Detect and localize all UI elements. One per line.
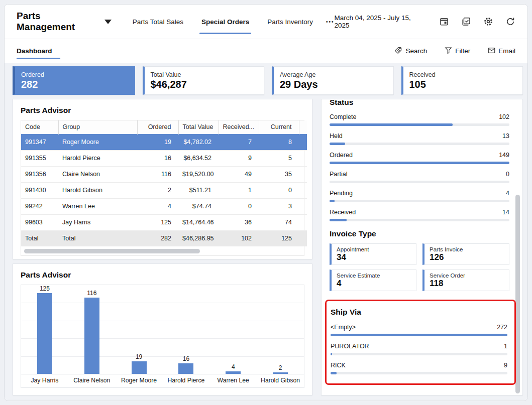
vertical-scrollbar-thumb[interactable] bbox=[515, 195, 520, 393]
settings-icon bbox=[483, 17, 493, 27]
cell-spacer bbox=[299, 214, 307, 230]
ship-via-row-purolator[interactable]: PUROLATOR1 bbox=[331, 343, 507, 355]
chart-bar-harold-gibson[interactable]: 2 bbox=[257, 285, 304, 374]
chart-bar-claire-nelson[interactable]: 116 bbox=[68, 285, 116, 374]
ship-via-section: Ship Via <Empty>272PUROLATOR1RICK9 bbox=[330, 303, 509, 382]
report-tabs: Parts Total SalesSpecial OrdersParts Inv… bbox=[133, 6, 313, 38]
table-row-warren-lee[interactable]: 99242Warren Lee4$74.7403 bbox=[21, 198, 307, 214]
invoice-card-value: 4 bbox=[337, 279, 411, 289]
email-button[interactable]: Email bbox=[487, 46, 515, 56]
more-tabs-button[interactable]: ••• bbox=[326, 19, 335, 25]
ship-via-row-rick[interactable]: RICK9 bbox=[331, 362, 507, 374]
status-row-partial[interactable]: Partial0 bbox=[330, 171, 509, 183]
chart-title: Parts Advisor bbox=[21, 271, 304, 280]
bar-rect bbox=[273, 372, 288, 374]
status-row-received[interactable]: Received14 bbox=[330, 209, 509, 221]
invoice-card-parts-invoice[interactable]: Parts Invoice126 bbox=[422, 243, 509, 265]
table-wrapper: CodeGroupOrderedTotal ValueReceived...Cu… bbox=[21, 120, 304, 256]
status-row-complete[interactable]: Complete102 bbox=[330, 113, 509, 126]
app-window: Parts Management Parts Total SalesSpecia… bbox=[4, 4, 528, 401]
search-button[interactable]: Search bbox=[394, 46, 427, 56]
chart-category-label: Claire Nelson bbox=[68, 374, 116, 387]
toolbar-settings-button[interactable] bbox=[483, 17, 493, 27]
status-row-pending[interactable]: Pending4 bbox=[330, 190, 509, 202]
kpi-value: $46,287 bbox=[151, 79, 258, 90]
table-row-roger-moore[interactable]: 991347Roger Moore19$4,782.0278 bbox=[21, 134, 307, 150]
invoice-card-appointment[interactable]: Appointment34 bbox=[330, 243, 416, 265]
tab-parts-total-sales[interactable]: Parts Total Sales bbox=[133, 6, 183, 38]
column-header-received[interactable]: Received... bbox=[219, 120, 259, 134]
tab-dashboard[interactable]: Dashboard bbox=[17, 40, 52, 62]
horizontal-scrollbar[interactable] bbox=[23, 249, 302, 253]
cell-spacer bbox=[299, 166, 307, 182]
invoice-card-value: 34 bbox=[337, 252, 411, 262]
bar-value-label: 125 bbox=[40, 285, 50, 292]
meter-value: 13 bbox=[502, 132, 509, 140]
filter-button[interactable]: Filter bbox=[444, 46, 470, 56]
vertical-scrollbar[interactable] bbox=[515, 99, 520, 395]
report-title-dropdown[interactable]: Parts Management bbox=[17, 11, 112, 33]
cell-code: 99603 bbox=[21, 214, 58, 230]
kpi-card-ordered[interactable]: Ordered282 bbox=[13, 66, 135, 95]
ship-via-row-empty[interactable]: <Empty>272 bbox=[331, 324, 507, 336]
status-row-ordered[interactable]: Ordered149 bbox=[330, 152, 509, 164]
table-row-harold-pierce[interactable]: 991355Harold Pierce16$6,634.5295 bbox=[21, 150, 307, 166]
meter-label: Pending bbox=[330, 190, 353, 197]
table-total-row[interactable]: TotalTotal282$46,286.95102125 bbox=[21, 230, 307, 246]
cell-ordered: 125 bbox=[137, 214, 178, 230]
meter-head: Ordered149 bbox=[330, 152, 509, 159]
toolbar-refresh-button[interactable] bbox=[505, 17, 515, 27]
funnel-icon bbox=[444, 46, 453, 56]
cell-code: 991355 bbox=[21, 150, 58, 166]
meter-value: 1 bbox=[504, 343, 507, 350]
cell-ordered: 2 bbox=[137, 182, 178, 198]
bar-value-label: 2 bbox=[279, 364, 282, 371]
kpi-card-total-value[interactable]: Total Value$46,287 bbox=[143, 66, 265, 95]
table-row-jay-harris[interactable]: 99603Jay Harris125$14,764.463674 bbox=[21, 214, 307, 230]
invoice-card-service-order[interactable]: Service Order118 bbox=[422, 269, 509, 291]
chart-bar-jay-harris[interactable]: 125 bbox=[21, 285, 68, 374]
cell-current: 5 bbox=[259, 150, 299, 166]
column-header-total-value[interactable]: Total Value bbox=[178, 120, 219, 134]
chart-bar-roger-moore[interactable]: 19 bbox=[116, 285, 163, 374]
meter-fill bbox=[331, 372, 337, 374]
column-header-code[interactable]: Code bbox=[21, 120, 58, 134]
cell-received: 102 bbox=[219, 230, 259, 246]
column-header-current[interactable]: Current bbox=[259, 120, 299, 134]
toolbar-calendar-button[interactable] bbox=[439, 17, 449, 27]
cell-total_value: $4,782.02 bbox=[178, 134, 219, 150]
cell-spacer bbox=[299, 134, 307, 150]
date-range[interactable]: March 04, 2025 - July 15, 2025 bbox=[335, 14, 424, 29]
column-header-group[interactable]: Group bbox=[58, 120, 137, 134]
meter-label: PUROLATOR bbox=[331, 343, 369, 350]
cell-received: 7 bbox=[219, 134, 259, 150]
tab-parts-inventory[interactable]: Parts Inventory bbox=[267, 6, 313, 38]
meter-track bbox=[330, 162, 509, 164]
meter-track bbox=[330, 219, 509, 221]
status-row-held[interactable]: Held13 bbox=[330, 132, 509, 145]
calendar-icon bbox=[439, 17, 449, 27]
horizontal-scrollbar-thumb[interactable] bbox=[24, 249, 200, 253]
meter-fill bbox=[330, 200, 335, 202]
cell-ordered: 4 bbox=[137, 198, 178, 214]
left-column: Parts Advisor CodeGroupOrderedTotal Valu… bbox=[13, 99, 312, 395]
status-title: Status bbox=[330, 99, 509, 107]
column-header-ordered[interactable]: Ordered bbox=[137, 120, 178, 134]
kpi-card-received[interactable]: Received105 bbox=[401, 66, 523, 95]
chart-bar-harold-pierce[interactable]: 16 bbox=[162, 285, 209, 374]
meter-head: Held13 bbox=[330, 132, 509, 140]
tab-special-orders[interactable]: Special Orders bbox=[201, 6, 249, 38]
toolbar-report-check-button[interactable] bbox=[461, 17, 471, 27]
cell-current: 125 bbox=[259, 230, 299, 246]
bar-value-label: 16 bbox=[183, 355, 189, 362]
kpi-row: Ordered282Total Value$46,287Average Age2… bbox=[13, 66, 523, 95]
cell-spacer bbox=[299, 182, 307, 198]
table-row-claire-nelson[interactable]: 991356Claire Nelson116$19,520.004935 bbox=[21, 166, 307, 182]
meter-value: 149 bbox=[499, 152, 509, 159]
table-row-harold-gibson[interactable]: 991430Harold Gibson2$511.2110 bbox=[21, 182, 307, 198]
chart-bar-warren-lee[interactable]: 4 bbox=[209, 285, 257, 374]
table-header-row: CodeGroupOrderedTotal ValueReceived...Cu… bbox=[21, 120, 307, 134]
invoice-card-service-estimate[interactable]: Service Estimate4 bbox=[330, 269, 416, 291]
kpi-card-average-age[interactable]: Average Age29 Days bbox=[272, 66, 394, 95]
meter-track bbox=[331, 372, 507, 374]
